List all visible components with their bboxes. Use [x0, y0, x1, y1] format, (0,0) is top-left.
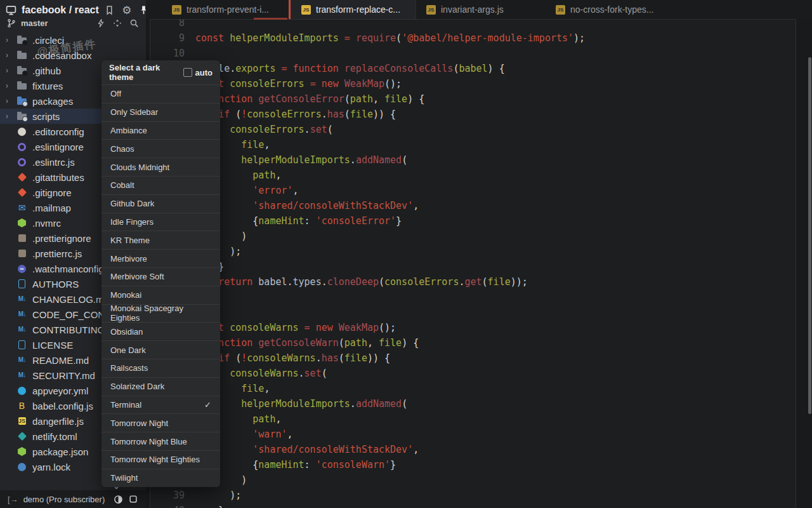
search-icon[interactable]: [128, 17, 140, 29]
code-line: 30 if (!consoleWarns.has(file)) {: [150, 351, 796, 366]
file-label: .prettierrc.js: [32, 248, 82, 259]
code-line: 32 file,: [150, 381, 796, 396]
line-number: 10: [150, 46, 185, 61]
file-label: dangerfile.js: [32, 416, 84, 427]
tab-no-cross-fork-types[interactable]: JSno-cross-fork-types...: [546, 0, 664, 19]
code-line: 23 );: [150, 244, 796, 259]
yarn-icon: [16, 462, 27, 472]
file-label: .mailmap: [32, 203, 71, 213]
file-label: yarn.lock: [32, 462, 70, 472]
theme-item-monokai[interactable]: Monokai: [102, 286, 220, 304]
dropdown-scrollbar[interactable]: [808, 57, 811, 414]
gear-icon[interactable]: ⚙: [121, 4, 133, 16]
square-layout-icon[interactable]: [128, 494, 138, 504]
code-line: 20 'shared/consoleWithStackDev',: [150, 198, 796, 213]
sidebar-footer: [→ demo (Pro subscriber): [0, 490, 146, 508]
tab-invariant-args-js[interactable]: JSinvariant-args.js: [416, 0, 546, 19]
file-label: .watchmanconfig: [32, 264, 104, 274]
code-line: 25 return babel.types.cloneDeep(consoleE…: [150, 274, 796, 290]
live-session-icon[interactable]: [112, 17, 123, 29]
theme-item-tomorrow-night-eighties[interactable]: Tomorrow Night Eighties: [102, 450, 220, 469]
theme-item-cobalt[interactable]: Cobalt: [102, 176, 220, 194]
code-line: 17 helperModuleImports.addNamed(: [150, 152, 796, 168]
check-icon: ✓: [204, 400, 211, 410]
file-label: README.md: [32, 355, 89, 366]
code-editor[interactable]: 7'use strict';89const helperModuleImport…: [150, 19, 796, 508]
theme-item-off[interactable]: Off: [102, 84, 220, 103]
git-branch-icon: [6, 17, 17, 29]
theme-item-railscasts[interactable]: Railscasts: [102, 359, 220, 377]
branch-name[interactable]: master: [21, 18, 91, 28]
theme-item-label: Ambiance: [110, 126, 147, 135]
theme-item-solarized-dark[interactable]: Solarized Dark: [102, 377, 220, 396]
file-icon: [16, 279, 27, 289]
theme-item-label: Solarized Dark: [110, 382, 164, 391]
theme-item-github-dark[interactable]: Github Dark: [102, 194, 220, 213]
file-label: .gitignore: [32, 187, 72, 198]
theme-item-kr-theme[interactable]: KR Theme: [102, 231, 220, 249]
theme-item-merbivore-soft[interactable]: Merbivore Soft: [102, 267, 220, 286]
pin-icon[interactable]: [138, 4, 146, 16]
theme-item-monokai-spacegray-eighties[interactable]: Monokai Spacegray Eighties: [102, 304, 220, 323]
mail-icon: ✉: [16, 203, 27, 213]
theme-item-label: Tomorrow Night Blue: [110, 437, 187, 446]
line-number: 39: [150, 488, 185, 503]
file-label: SECURITY.md: [32, 370, 95, 381]
tab-transform-replace-c[interactable]: JStransform-replace-c...: [291, 0, 416, 19]
theme-dropdown-header: Select a dark theme auto: [102, 60, 220, 84]
theme-dropdown-title: Select a dark theme: [109, 63, 180, 82]
code-line: 11module.exports = function replaceConso…: [150, 61, 796, 76]
scroll-more-chevron-icon: ⌄: [113, 481, 120, 491]
code-line: 29 function getConsoleWarn(path, file) {: [150, 335, 796, 351]
theme-item-tomorrow-night[interactable]: Tomorrow Night: [102, 413, 220, 432]
auto-checkbox[interactable]: [183, 68, 192, 77]
js-file-icon: JS: [16, 416, 27, 426]
theme-item-label: Merbivore Soft: [110, 272, 164, 281]
theme-item-ambiance[interactable]: Ambiance: [102, 121, 220, 140]
line-number: 8: [150, 19, 185, 30]
tab-label: transform-replace-c...: [316, 4, 400, 15]
code-line: 35 'warn',: [150, 427, 796, 442]
chevron-right-icon: ›: [6, 36, 16, 44]
contrast-toggle-icon[interactable]: [113, 494, 123, 504]
user-label: demo (Pro subscriber): [23, 495, 108, 504]
tab-bar: JStransform-prevent-i...JStransform-repl…: [146, 0, 812, 19]
markdown-icon: M↓: [16, 294, 27, 304]
theme-item-terminal[interactable]: Terminal✓: [102, 396, 220, 414]
line-number: 40: [150, 503, 185, 508]
file-label: .nvmrc: [32, 218, 61, 229]
file-label: .github: [32, 65, 61, 76]
theme-item-label: Obsidian: [110, 327, 143, 337]
theme-item-clouds-midnight[interactable]: Clouds Midnight: [102, 157, 220, 176]
theme-item-chaos[interactable]: Chaos: [102, 139, 220, 157]
chevron-right-icon: ›: [6, 67, 16, 74]
theme-item-only-sidebar[interactable]: Only Sidebar: [102, 103, 220, 121]
packages-folder-icon: [16, 96, 27, 106]
code-line: 10: [150, 46, 796, 61]
code-line: 21 {nameHint: 'consoleError'}: [150, 213, 796, 229]
chevron-right-icon: ›: [6, 97, 16, 105]
code-line: 16 file,: [150, 137, 796, 152]
code-line: 8: [150, 19, 796, 30]
theme-item-label: Cobalt: [110, 180, 134, 190]
tab-label: no-cross-fork-types...: [570, 4, 653, 15]
theme-item-label: One Dark: [110, 345, 146, 355]
theme-item-tomorrow-night-blue[interactable]: Tomorrow Night Blue: [102, 432, 220, 450]
lightning-icon[interactable]: [95, 17, 107, 29]
file-row[interactable]: ›.circleci: [0, 32, 146, 48]
tab-transform-prevent-i[interactable]: JStransform-prevent-i...: [162, 0, 289, 19]
theme-item-one-dark[interactable]: One Dark: [102, 340, 220, 359]
tab-label: transform-prevent-i...: [187, 4, 269, 15]
theme-item-idle-fingers[interactable]: Idle Fingers: [102, 213, 220, 231]
theme-item-merbivore[interactable]: Merbivore: [102, 249, 220, 267]
code-line: 28 let consoleWarns = new WeakMap();: [150, 320, 796, 335]
sign-out-icon[interactable]: [→: [8, 495, 18, 504]
bookmark-icon[interactable]: [104, 4, 115, 16]
file-label: scripts: [32, 111, 60, 122]
branch-row: master: [0, 17, 146, 31]
theme-item-label: Tomorrow Night Eighties: [110, 455, 200, 464]
code-line: 13 function getConsoleError(path, file) …: [150, 91, 796, 107]
theme-item-obsidian[interactable]: Obsidian: [102, 322, 220, 340]
code-line: 22 ): [150, 229, 796, 244]
code-line: 34 path,: [150, 411, 796, 427]
